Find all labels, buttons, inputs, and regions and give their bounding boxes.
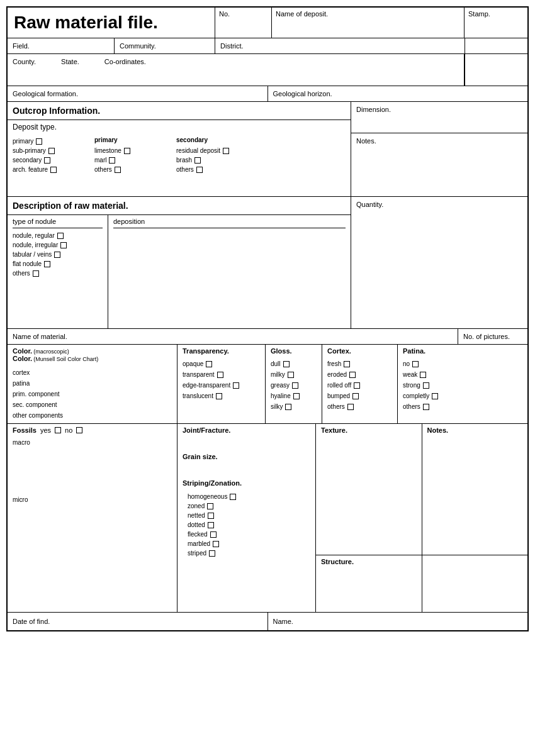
- checkbox-secondary-1[interactable]: [44, 157, 50, 164]
- structure-left-cell: Structure.: [316, 555, 422, 612]
- checkbox-primary[interactable]: [36, 138, 42, 145]
- checkbox-subprimary[interactable]: [48, 148, 55, 154]
- checkbox-bumped[interactable]: [352, 393, 359, 399]
- deposition-header: deposition: [113, 218, 346, 228]
- fossils-label: Fossils: [13, 426, 37, 434]
- desc-header: Description of raw material.: [8, 197, 351, 215]
- checkbox-dotted[interactable]: [208, 522, 214, 528]
- notes-right-cell: Notes.: [422, 424, 528, 555]
- checkbox-homogeneous[interactable]: [230, 494, 236, 500]
- checkbox-translucent[interactable]: [216, 393, 222, 399]
- name-label: Name.: [273, 618, 293, 625]
- fossils-col: Fossils yes no macro micro: [8, 424, 177, 612]
- checkbox-fossils-yes[interactable]: [55, 427, 61, 433]
- sec-component-item: sec. component: [13, 399, 172, 410]
- grain-title: Grain size.: [183, 453, 310, 460]
- checkbox-opaque[interactable]: [206, 361, 212, 367]
- checkbox-edge-transparent[interactable]: [233, 382, 239, 389]
- field-label: Field.: [13, 42, 30, 50]
- notes-cell: Notes.: [351, 133, 527, 196]
- primary-col-header: primary: [94, 136, 176, 143]
- checkbox-hyaline[interactable]: [293, 393, 300, 399]
- checkbox-brash[interactable]: [194, 157, 201, 164]
- checkbox-weak[interactable]: [420, 372, 426, 378]
- texture-title: Texture.: [321, 426, 417, 434]
- checkbox-dull[interactable]: [283, 361, 290, 367]
- color-macro-label: Color.: [13, 347, 32, 355]
- deposit-type-header: Deposit type.: [8, 120, 351, 134]
- striping-title: Striping/Zonation.: [183, 479, 310, 487]
- prim-component-item: prim. component: [13, 389, 172, 399]
- checkbox-transparent[interactable]: [217, 372, 223, 378]
- checkbox-residual[interactable]: [223, 148, 229, 154]
- geo-horizon-label: Geological horizon.: [273, 90, 332, 97]
- material-name-label: Name of material.: [13, 333, 67, 340]
- other-components-item: other components: [13, 410, 172, 421]
- checkbox-tabular[interactable]: [54, 252, 60, 258]
- community-cell: Community.: [115, 38, 215, 53]
- checkbox-marbled[interactable]: [213, 541, 219, 547]
- checkbox-cortex-others[interactable]: [347, 404, 354, 410]
- checkbox-milky[interactable]: [288, 372, 294, 378]
- checkbox-rolled-off[interactable]: [354, 382, 360, 389]
- deposit-label: Name of deposit.: [276, 10, 328, 18]
- checkbox-silky[interactable]: [285, 404, 291, 410]
- patina-col: Patina. no weak strong comp: [398, 345, 527, 423]
- checkbox-arch[interactable]: [50, 167, 57, 173]
- header-no-cell: No.: [215, 8, 272, 38]
- transparency-title: Transparency.: [183, 347, 260, 355]
- checkbox-fossils-no[interactable]: [76, 427, 82, 433]
- deposit-type-content: primary sub-primary secondary: [8, 134, 351, 177]
- checkbox-others-2[interactable]: [196, 167, 203, 173]
- quantity-col: Quantity.: [351, 197, 527, 328]
- checkbox-fresh[interactable]: [344, 361, 350, 367]
- cortex-item: cortex: [13, 367, 172, 378]
- checkbox-nodule-regular[interactable]: [57, 233, 64, 239]
- fossils-row: Fossils yes no: [13, 426, 172, 434]
- gloss-col: Gloss. dull milky greasy hy: [266, 345, 322, 423]
- material-name-cell: Name of material.: [8, 329, 458, 344]
- header-stamp-cell: Stamp.: [465, 8, 527, 38]
- checkbox-others-1[interactable]: [115, 167, 121, 173]
- checkbox-patina-no[interactable]: [412, 361, 419, 367]
- checkbox-marl[interactable]: [109, 157, 115, 164]
- county-cell: County. State. Co-ordinates.: [8, 54, 465, 86]
- nodule-col: type of nodule nodule, regular nodule, i…: [8, 215, 108, 328]
- checkbox-nodule-others[interactable]: [33, 270, 39, 277]
- checkbox-nodule-irregular[interactable]: [60, 242, 67, 248]
- checkbox-completly[interactable]: [432, 393, 438, 399]
- patina-title: Patina.: [403, 347, 522, 355]
- deposition-col: deposition: [108, 215, 351, 328]
- quantity-cell: Quantity.: [351, 197, 527, 310]
- header-title-cell: Raw material file.: [8, 8, 215, 38]
- texture-cell: Texture.: [316, 424, 422, 555]
- checkbox-zoned[interactable]: [207, 503, 213, 509]
- texture-notes-area: Texture. Notes. Structure.: [316, 424, 527, 612]
- primary-label-inline: primary: [13, 138, 33, 145]
- checkbox-flecked[interactable]: [210, 531, 217, 538]
- dimension-cell: Dimension.: [351, 102, 527, 133]
- notes-right-title: Notes.: [427, 426, 523, 434]
- checkbox-greasy[interactable]: [292, 382, 298, 389]
- cortex-col: Cortex. fresh eroded rolled off: [322, 345, 398, 423]
- checkbox-flat[interactable]: [44, 261, 50, 267]
- gloss-title: Gloss.: [271, 347, 317, 355]
- color-munsell-sub: (Munsell Soil Color Chart): [33, 356, 98, 362]
- checkbox-striped[interactable]: [209, 550, 215, 557]
- color-munsell-label: Color.: [13, 355, 32, 362]
- geo-formation-label: Geological formation.: [13, 90, 78, 97]
- color-macro-sub: (macroscopic): [33, 348, 69, 355]
- checkbox-netted[interactable]: [208, 513, 214, 519]
- footer-date: Date of find.: [8, 613, 268, 630]
- joint-title: Joint/Fracture.: [183, 426, 310, 434]
- header-deposit-cell: Name of deposit.: [272, 8, 465, 38]
- checkbox-patina-others[interactable]: [423, 404, 429, 410]
- footer-name: Name.: [268, 613, 528, 630]
- checkbox-strong[interactable]: [423, 382, 429, 389]
- texture-notes-top: Texture. Notes.: [316, 424, 527, 555]
- checkbox-eroded[interactable]: [349, 372, 356, 378]
- striping-items: homogeneous zoned netted dotted: [183, 489, 310, 560]
- checkbox-limestone[interactable]: [124, 148, 130, 154]
- field-cell: Field.: [8, 38, 115, 53]
- structure-title: Structure.: [321, 558, 417, 565]
